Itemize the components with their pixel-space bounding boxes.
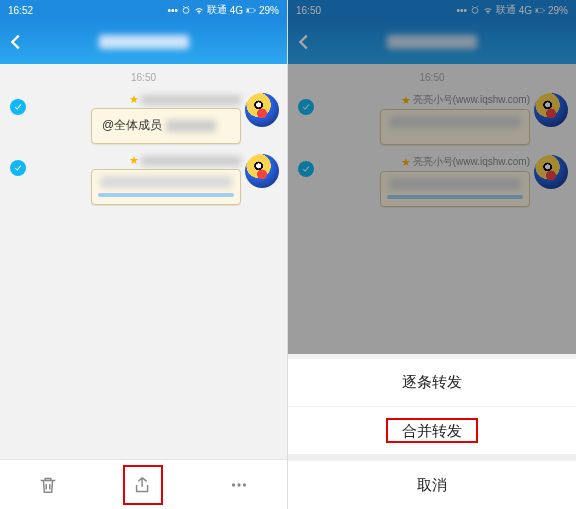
timestamp: 16:50 bbox=[0, 64, 287, 87]
select-check-icon[interactable] bbox=[10, 99, 26, 115]
carrier-label: 联通 bbox=[207, 3, 227, 17]
sender-label: ★ 亮亮小号(www.iqshw.com) bbox=[401, 155, 530, 169]
svg-point-5 bbox=[237, 483, 240, 486]
message-row[interactable]: ★ 亮亮小号(www.iqshw.com) bbox=[288, 149, 576, 211]
wifi-icon bbox=[483, 5, 493, 15]
message-row[interactable]: ★ bbox=[0, 148, 287, 209]
more-button[interactable] bbox=[219, 465, 259, 505]
delete-button[interactable] bbox=[28, 465, 68, 505]
chat-area: 16:50 ★ 亮亮小号(www.iqshw.com) bbox=[288, 64, 576, 354]
statusbar: 16:50 ••• 联通 4G 29% bbox=[288, 0, 576, 20]
svg-point-4 bbox=[232, 483, 235, 486]
action-label: 合并转发 bbox=[386, 418, 478, 443]
share-button[interactable] bbox=[123, 465, 163, 505]
svg-rect-9 bbox=[536, 9, 538, 12]
wifi-icon bbox=[194, 5, 204, 15]
statusbar-time: 16:50 bbox=[296, 5, 321, 16]
star-icon: ★ bbox=[401, 156, 411, 169]
avatar[interactable] bbox=[534, 93, 568, 127]
chat-title bbox=[387, 35, 477, 49]
avatar[interactable] bbox=[245, 93, 279, 127]
more-status-icon: ••• bbox=[168, 5, 178, 15]
mention-text: @全体成员 bbox=[102, 118, 162, 132]
alarm-icon bbox=[181, 5, 191, 15]
alarm-icon bbox=[470, 5, 480, 15]
select-check-icon[interactable] bbox=[298, 161, 314, 177]
battery-percent: 29% bbox=[548, 5, 568, 16]
star-icon: ★ bbox=[129, 93, 139, 106]
message-row[interactable]: ★ 亮亮小号(www.iqshw.com) bbox=[288, 87, 576, 149]
message-bubble[interactable] bbox=[380, 109, 530, 145]
network-label: 4G bbox=[519, 5, 532, 16]
battery-icon bbox=[535, 5, 545, 15]
action-label: 逐条转发 bbox=[402, 373, 462, 392]
cancel-button[interactable]: 取消 bbox=[288, 461, 576, 509]
network-label: 4G bbox=[230, 5, 243, 16]
avatar[interactable] bbox=[534, 155, 568, 189]
carrier-label: 联通 bbox=[496, 3, 516, 17]
sender-name: 亮亮小号(www.iqshw.com) bbox=[413, 155, 530, 169]
chat-header bbox=[288, 20, 576, 64]
svg-rect-3 bbox=[255, 9, 256, 11]
message-row[interactable]: ★ @全体成员 bbox=[0, 87, 287, 148]
svg-rect-2 bbox=[247, 9, 249, 12]
sender-name: 亮亮小号(www.iqshw.com) bbox=[413, 93, 530, 107]
svg-point-0 bbox=[183, 8, 189, 14]
star-icon: ★ bbox=[401, 94, 411, 107]
message-bubble[interactable] bbox=[91, 169, 241, 205]
star-icon: ★ bbox=[129, 154, 139, 167]
chat-title bbox=[99, 35, 189, 49]
avatar[interactable] bbox=[245, 154, 279, 188]
select-check-icon[interactable] bbox=[10, 160, 26, 176]
more-status-icon: ••• bbox=[457, 5, 467, 15]
forward-one-by-one[interactable]: 逐条转发 bbox=[288, 359, 576, 407]
svg-point-7 bbox=[472, 8, 478, 14]
statusbar-time: 16:52 bbox=[8, 5, 33, 16]
action-label: 取消 bbox=[417, 476, 447, 495]
chat-header bbox=[0, 20, 287, 64]
sender-label: ★ bbox=[129, 93, 241, 106]
sender-label: ★ 亮亮小号(www.iqshw.com) bbox=[401, 93, 530, 107]
message-bubble[interactable] bbox=[380, 171, 530, 207]
battery-percent: 29% bbox=[259, 5, 279, 16]
select-check-icon[interactable] bbox=[298, 99, 314, 115]
message-bubble[interactable]: @全体成员 bbox=[91, 108, 241, 144]
timestamp: 16:50 bbox=[288, 64, 576, 87]
battery-icon bbox=[246, 5, 256, 15]
action-sheet: 逐条转发 合并转发 取消 bbox=[288, 359, 576, 509]
sender-label: ★ bbox=[129, 154, 241, 167]
forward-merged[interactable]: 合并转发 bbox=[288, 407, 576, 455]
back-button[interactable] bbox=[0, 31, 32, 53]
svg-rect-10 bbox=[544, 9, 545, 11]
chat-area: 16:50 ★ @全体成员 bbox=[0, 64, 287, 459]
back-button[interactable] bbox=[288, 31, 320, 53]
bottom-toolbar bbox=[0, 459, 287, 509]
svg-point-6 bbox=[243, 483, 246, 486]
statusbar: 16:52 ••• 联通 4G 29% bbox=[0, 0, 287, 20]
